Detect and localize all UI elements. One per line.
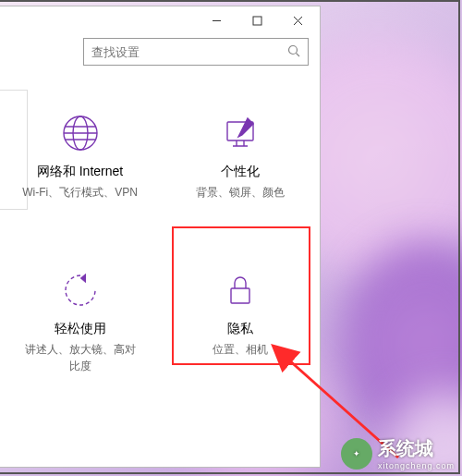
ease-of-access-icon <box>60 263 101 317</box>
watermark: ✦ 系统城 xitongcheng.com <box>341 436 455 470</box>
tile-title: 隐私 <box>227 321 253 337</box>
tile-privacy[interactable]: 隐私 位置、相机 <box>171 258 310 415</box>
watermark-logo-icon: ✦ <box>341 438 372 470</box>
personalization-icon <box>220 106 261 160</box>
svg-rect-0 <box>253 17 261 25</box>
globe-icon <box>60 106 101 160</box>
search-box[interactable] <box>83 38 309 66</box>
tile-personalization[interactable]: 个性化 背景、锁屏、颜色 <box>171 101 310 258</box>
settings-grid: 网络和 Internet Wi-Fi、飞行模式、VPN 个性化 背景、锁屏、颜色 <box>0 73 320 467</box>
maximize-button[interactable] <box>237 7 277 33</box>
lock-icon <box>220 263 261 317</box>
close-button[interactable] <box>277 7 318 33</box>
tile-subtitle: 位置、相机 <box>213 341 268 358</box>
window-titlebar <box>0 6 320 34</box>
svg-rect-5 <box>231 288 249 303</box>
settings-window: 网络和 Internet Wi-Fi、飞行模式、VPN 个性化 背景、锁屏、颜色 <box>0 6 321 468</box>
search-input[interactable] <box>84 45 280 59</box>
tile-subtitle: Wi-Fi、飞行模式、VPN <box>22 184 138 201</box>
tile-subtitle: 背景、锁屏、颜色 <box>196 184 285 201</box>
watermark-brand: 系统城 <box>378 438 433 458</box>
tile-network-internet[interactable]: 网络和 Internet Wi-Fi、飞行模式、VPN <box>11 101 150 258</box>
tile-title: 网络和 Internet <box>37 164 123 180</box>
tile-title: 个性化 <box>221 164 260 180</box>
tile-subtitle: 讲述人、放大镜、高对比度 <box>20 341 140 374</box>
search-icon <box>280 44 308 60</box>
tile-ease-of-access[interactable]: 轻松使用 讲述人、放大镜、高对比度 <box>11 258 150 415</box>
tile-title: 轻松使用 <box>55 321 106 337</box>
watermark-url: xitongcheng.com <box>378 461 455 470</box>
minimize-button[interactable] <box>196 7 237 33</box>
svg-point-1 <box>289 45 298 54</box>
